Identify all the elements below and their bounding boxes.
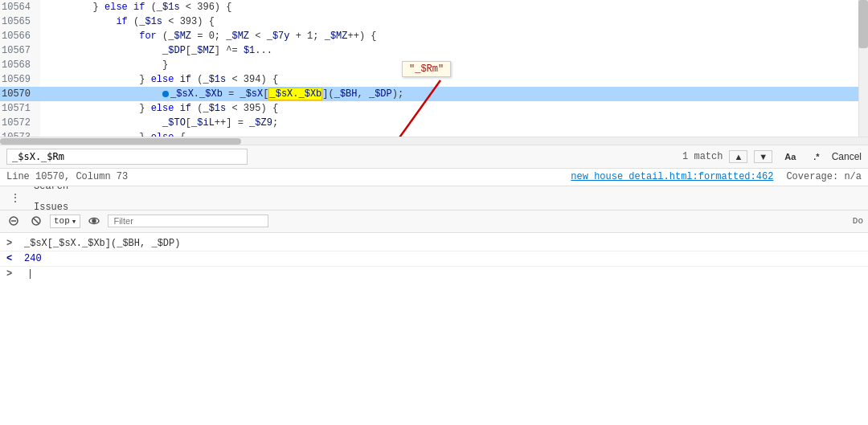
h-scrollbar-thumb[interactable] bbox=[0, 138, 241, 145]
devtools-tab-bar: ⋮ ConsoleSearchIssuesNetwork conditions bbox=[0, 186, 868, 210]
horizontal-scrollbar[interactable] bbox=[0, 137, 868, 145]
line-number: 10565 bbox=[0, 14, 40, 29]
block-requests-button[interactable] bbox=[27, 214, 45, 228]
line-number: 10567 bbox=[0, 43, 40, 58]
search-down-button[interactable]: ▼ bbox=[754, 150, 772, 163]
filter-input[interactable] bbox=[108, 215, 268, 227]
line-number: 10566 bbox=[0, 29, 40, 43]
match-count: 1 match bbox=[682, 151, 723, 162]
tooltip-text: "_$Rm" bbox=[409, 63, 444, 75]
console-line-input: >_$sX[_$sX._$Xb](_$BH, _$DP) bbox=[0, 236, 868, 251]
console-input-row: > | bbox=[0, 267, 868, 281]
tab-more-button[interactable]: ⋮ bbox=[6, 190, 24, 206]
line-content: } else if (_$1s < 395) { bbox=[40, 101, 868, 116]
svg-point-6 bbox=[92, 219, 96, 223]
line-number: 10572 bbox=[0, 116, 40, 130]
console-output: >_$sX[_$sX._$Xb](_$BH, _$DP)<240 > | bbox=[0, 233, 868, 426]
code-line-10565: 10565 if (_$1s < 393) { bbox=[0, 14, 868, 29]
line-number: 10571 bbox=[0, 101, 40, 116]
line-content: for (_$MZ = 0; _$MZ < _$7y + 1; _$MZ++) … bbox=[40, 29, 868, 43]
console-line-prompt: > bbox=[6, 238, 18, 249]
context-dropdown[interactable]: top ▾ bbox=[50, 215, 80, 228]
line-number: 10569 bbox=[0, 72, 40, 87]
dropdown-arrow: ▾ bbox=[72, 216, 77, 227]
code-area[interactable]: 10564 } else if (_$1s < 396) {10565 if (… bbox=[0, 0, 868, 137]
clear-console-button[interactable] bbox=[5, 214, 23, 228]
code-line-10564: 10564 } else if (_$1s < 396) { bbox=[0, 0, 868, 14]
case-sensitive-button[interactable]: Aa bbox=[779, 150, 801, 163]
line-content: } bbox=[40, 58, 868, 72]
line-number: 10564 bbox=[0, 0, 40, 14]
console-cursor: | bbox=[27, 268, 33, 280]
status-bar: Line 10570, Column 73 new_house_detail.h… bbox=[0, 169, 868, 186]
search-input[interactable] bbox=[6, 149, 248, 165]
code-line-10567: 10567 _$DP[_$MZ] ^= $1... bbox=[0, 43, 868, 58]
line-content: _$DP[_$MZ] ^= $1... bbox=[40, 43, 868, 58]
console-line-prompt: < bbox=[6, 253, 18, 264]
cursor-position: Line 10570, Column 73 bbox=[6, 171, 128, 182]
code-line-10570: 10570 _$sX._$Xb = _$sX[_$sX._$Xb](_$BH, … bbox=[0, 87, 868, 101]
file-link[interactable]: new_house_detail.html:formatted:462 bbox=[571, 171, 773, 182]
eye-button[interactable] bbox=[85, 214, 103, 228]
line-number: 10570 bbox=[0, 87, 40, 101]
scrollbar-thumb[interactable] bbox=[858, 0, 868, 48]
search-up-button[interactable]: ▲ bbox=[729, 150, 747, 163]
console-prompt-symbol: > bbox=[6, 268, 18, 280]
code-editor: 10564 } else if (_$1s < 396) {10565 if (… bbox=[0, 0, 868, 186]
line-number: 10568 bbox=[0, 58, 40, 72]
line-content: if (_$1s < 393) { bbox=[40, 14, 868, 29]
console-toolbar: top ▾ Do bbox=[0, 210, 868, 233]
search-bar: 1 match ▲ ▼ Aa .* Cancel bbox=[0, 145, 868, 169]
code-line-10571: 10571 } else if (_$1s < 395) { bbox=[0, 101, 868, 116]
vertical-scrollbar[interactable] bbox=[858, 0, 868, 137]
code-line-10573: 10573 } else { bbox=[0, 130, 868, 137]
coverage-info: Coverage: n/a bbox=[786, 171, 862, 182]
line-content: _$sX._$Xb = _$sX[_$sX._$Xb](_$BH, _$DP); bbox=[40, 87, 868, 101]
console-line-text: _$sX[_$sX._$Xb](_$BH, _$DP) bbox=[24, 238, 180, 249]
console-line-text: 240 bbox=[24, 253, 42, 264]
search-cancel-button[interactable]: Cancel bbox=[832, 151, 862, 162]
do-label: Do bbox=[853, 216, 863, 226]
code-line-10572: 10572 _$TO[_$iL++] = _$Z9; bbox=[0, 116, 868, 130]
tooltip: "_$Rm" bbox=[402, 61, 451, 77]
line-content: _$TO[_$iL++] = _$Z9; bbox=[40, 116, 868, 130]
line-content: } else if (_$1s < 394) { bbox=[40, 72, 868, 87]
code-line-10566: 10566 for (_$MZ = 0; _$MZ < _$7y + 1; _$… bbox=[0, 29, 868, 43]
console-line-output: <240 bbox=[0, 251, 868, 267]
context-label: top bbox=[54, 216, 70, 226]
svg-line-4 bbox=[34, 219, 39, 224]
line-content: } else if (_$1s < 396) { bbox=[40, 0, 868, 14]
line-content: } else { bbox=[40, 130, 868, 137]
line-number: 10573 bbox=[0, 130, 40, 137]
regex-button[interactable]: .* bbox=[808, 150, 825, 163]
